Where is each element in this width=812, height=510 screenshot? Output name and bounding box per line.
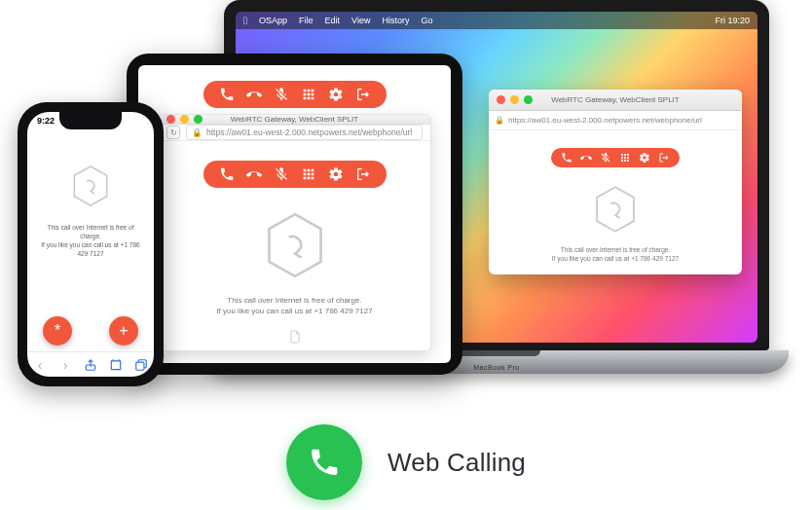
footer: Web Calling: [0, 424, 812, 500]
call-toolbar: [203, 161, 387, 188]
laptop-model: MacBook Pro: [473, 364, 520, 371]
brand-logo-icon: [264, 211, 326, 279]
call-icon[interactable]: [219, 166, 235, 182]
call-icon[interactable]: [561, 152, 572, 164]
document-icon[interactable]: [170, 330, 419, 346]
dialpad-fab[interactable]: *: [43, 316, 72, 346]
minimize-icon[interactable]: [510, 95, 519, 104]
call-notice: This call over Internet is free of charg…: [27, 223, 154, 258]
exit-icon[interactable]: [355, 87, 371, 102]
url-field[interactable]: 🔒 https://aw01.eu-west-2.000.netpowers.n…: [186, 125, 423, 140]
close-icon[interactable]: [497, 95, 505, 104]
call-cta-button[interactable]: [286, 424, 362, 500]
reload-icon[interactable]: ↻: [166, 126, 180, 139]
tablet-browser-window[interactable]: WebRTC Gateway, WebClient SPLIT ↻ 🔒 http…: [158, 114, 431, 351]
call-notice-line2: If you like you can call us at +1 786 42…: [170, 306, 419, 316]
tablet-device: WebRTC Gateway, WebClient SPLIT ↻ 🔒 http…: [127, 54, 462, 375]
phone-page-body: This call over Internet is free of charg…: [27, 137, 154, 351]
menubar-clock: Fri 19:20: [715, 16, 750, 25]
settings-icon[interactable]: [328, 166, 344, 182]
call-notice-line2: If you like you can call us at +1 786 42…: [37, 240, 144, 258]
menubar-item-file[interactable]: File: [299, 16, 314, 25]
back-icon[interactable]: ‹: [32, 357, 48, 373]
call-notice: This call over Internet is free of charg…: [170, 295, 419, 316]
call-icon[interactable]: [219, 87, 235, 102]
tablet-url-text: https://aw01.eu-west-2.000.netpowers.net…: [206, 128, 417, 137]
tablet-screen: WebRTC Gateway, WebClient SPLIT ↻ 🔒 http…: [138, 65, 451, 363]
tablet-window-title: WebRTC Gateway, WebClient SPLIT: [159, 115, 430, 124]
tablet-page-body: This call over Internet is free of charg…: [159, 141, 430, 351]
menubar-item-history[interactable]: History: [382, 16, 409, 25]
mute-icon[interactable]: [274, 166, 289, 182]
call-notice: This call over Internet is free of charg…: [498, 245, 732, 263]
call-notice-line1: This call over Internet is free of charg…: [37, 223, 144, 240]
tabs-icon[interactable]: [133, 357, 149, 373]
svg-rect-4: [136, 362, 144, 370]
footer-label: Web Calling: [388, 448, 526, 478]
bookmark-icon[interactable]: [108, 357, 124, 373]
svg-marker-1: [269, 214, 320, 276]
phone-icon: [308, 446, 341, 479]
mute-icon[interactable]: [274, 87, 289, 102]
hang-up-icon[interactable]: [580, 152, 592, 164]
dialpad-icon[interactable]: [619, 152, 631, 164]
menubar-item-edit[interactable]: Edit: [325, 16, 341, 25]
settings-icon[interactable]: [328, 87, 344, 102]
brand-logo-icon: [71, 164, 110, 207]
dialpad-icon[interactable]: [301, 87, 316, 102]
share-icon[interactable]: [83, 357, 98, 373]
call-notice-line1: This call over Internet is free of charg…: [170, 295, 419, 306]
phone-time: 9:22: [37, 116, 55, 126]
call-toolbar: [551, 148, 680, 167]
call-notice-line2: If you like you can call us at +1 786 42…: [498, 254, 732, 263]
menubar-item-go[interactable]: Go: [421, 16, 432, 25]
mac-page-body: This call over Internet is free of charg…: [489, 130, 742, 274]
settings-icon[interactable]: [639, 152, 650, 164]
window-controls[interactable]: [497, 95, 533, 104]
mute-icon[interactable]: [600, 152, 611, 164]
maximize-icon[interactable]: [524, 95, 533, 104]
apple-logo-icon: : [243, 15, 247, 26]
lock-icon: 🔒: [495, 116, 504, 125]
exit-icon[interactable]: [658, 152, 670, 164]
dialpad-icon[interactable]: [301, 166, 316, 182]
brand-logo-icon: [593, 185, 638, 234]
call-notice-line1: This call over Internet is free of charg…: [498, 245, 732, 254]
phone-device: 9:22 This call over Internet is free of …: [18, 102, 164, 386]
tablet-url-bar: ↻ 🔒 https://aw01.eu-west-2.000.netpowers…: [159, 125, 430, 141]
phone-notch: [59, 112, 122, 129]
svg-marker-2: [74, 166, 106, 205]
add-fab[interactable]: +: [109, 316, 138, 346]
call-toolbar: [203, 81, 387, 108]
mac-url-bar[interactable]: 🔒 https://aw01.eu-west-2.000.netpowers.n…: [489, 111, 742, 130]
exit-icon[interactable]: [355, 166, 371, 182]
menubar-item-view[interactable]: View: [351, 16, 370, 25]
hang-up-icon[interactable]: [246, 87, 262, 102]
menubar-app[interactable]: OSApp: [259, 16, 287, 25]
mac-browser-window[interactable]: WebRTC Gateway, WebClient SPLIT 🔒 https:…: [489, 90, 742, 274]
mac-url-text: https://aw01.eu-west-2.000.netpowers.net…: [508, 116, 702, 125]
svg-marker-0: [597, 187, 634, 231]
mac-titlebar[interactable]: WebRTC Gateway, WebClient SPLIT: [489, 90, 742, 111]
lock-icon: 🔒: [192, 128, 203, 137]
mac-menubar:  OSApp File Edit View History Go Fri 19…: [236, 12, 757, 29]
phone-screen: 9:22 This call over Internet is free of …: [27, 112, 154, 377]
tablet-titlebar[interactable]: WebRTC Gateway, WebClient SPLIT: [159, 115, 430, 125]
phone-toolbar: ‹ ›: [27, 351, 154, 377]
forward-icon[interactable]: ›: [57, 357, 73, 373]
hang-up-icon[interactable]: [246, 166, 262, 182]
